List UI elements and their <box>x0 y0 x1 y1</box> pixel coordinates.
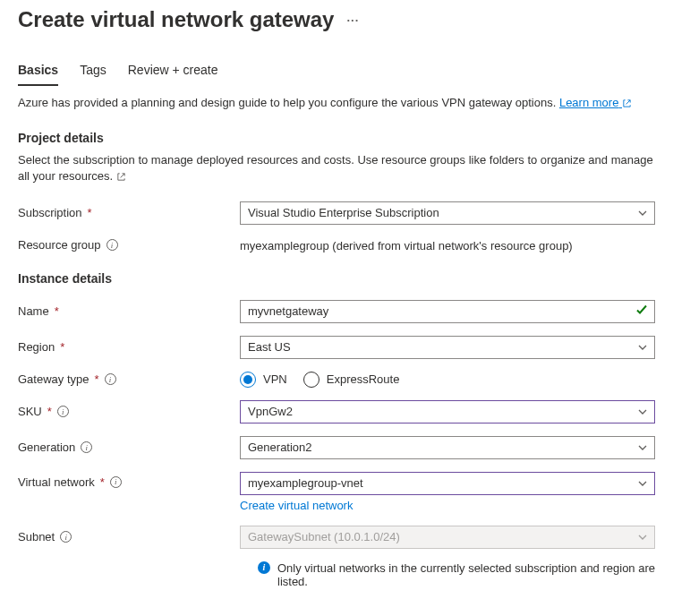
chevron-down-icon <box>637 442 648 453</box>
vnet-info-note: Only virtual networks in the currently s… <box>18 561 655 588</box>
resource-group-label: Resource group <box>18 238 240 252</box>
region-select[interactable]: East US <box>240 336 655 359</box>
external-link-icon <box>622 97 632 113</box>
create-virtual-network-link[interactable]: Create virtual network <box>240 499 353 512</box>
sku-select[interactable]: VpnGw2 <box>240 400 655 424</box>
project-details-desc: Select the subscription to manage deploy… <box>18 152 655 186</box>
required-asterisk: * <box>47 405 52 418</box>
subnet-select: GatewaySubnet (10.0.1.0/24) <box>240 526 655 549</box>
info-icon[interactable] <box>110 476 122 488</box>
gateway-type-label: Gateway type * <box>18 372 240 386</box>
gateway-type-expressroute-radio[interactable]: ExpressRoute <box>303 372 400 388</box>
chevron-down-icon <box>637 342 648 353</box>
generation-label: Generation <box>18 441 240 454</box>
chevron-down-icon <box>637 208 648 218</box>
chevron-down-icon <box>637 478 648 489</box>
virtual-network-label: Virtual network * <box>18 472 240 489</box>
external-link-icon <box>116 170 126 186</box>
checkmark-icon <box>635 304 648 319</box>
virtual-network-select[interactable]: myexamplegroup-vnet <box>240 472 655 495</box>
info-icon[interactable] <box>81 441 92 453</box>
subnet-label: Subnet <box>18 530 240 543</box>
name-input[interactable]: myvnetgateway <box>240 300 655 323</box>
intro-text: Azure has provided a planning and design… <box>18 95 655 113</box>
info-icon[interactable] <box>60 531 72 543</box>
page-title: Create virtual network gateway <box>18 7 334 32</box>
gateway-type-vpn-radio[interactable]: VPN <box>240 372 287 388</box>
subscription-select[interactable]: Visual Studio Enterprise Subscription <box>240 201 655 225</box>
more-button[interactable]: ··· <box>346 13 359 27</box>
tab-basics[interactable]: Basics <box>18 59 58 86</box>
required-asterisk: * <box>95 372 99 386</box>
tab-review-create[interactable]: Review + create <box>128 59 218 86</box>
required-asterisk: * <box>55 304 59 318</box>
required-asterisk: * <box>100 475 105 489</box>
generation-select[interactable]: Generation2 <box>240 436 655 459</box>
chevron-down-icon <box>637 406 648 417</box>
learn-more-link[interactable]: Learn more <box>559 96 632 109</box>
subscription-label: Subscription * <box>18 206 240 219</box>
instance-details-heading: Instance details <box>18 271 655 286</box>
sku-label: SKU * <box>18 405 240 418</box>
info-icon <box>258 561 270 574</box>
chevron-down-icon <box>637 532 648 543</box>
required-asterisk: * <box>88 206 92 219</box>
tab-bar: Basics Tags Review + create <box>18 59 655 86</box>
tab-tags[interactable]: Tags <box>80 59 106 86</box>
project-details-heading: Project details <box>18 131 655 145</box>
resource-group-value: myexamplegroup (derived from virtual net… <box>240 239 573 252</box>
info-icon[interactable] <box>105 373 116 385</box>
region-label: Region * <box>18 340 240 354</box>
name-label: Name * <box>18 304 240 318</box>
info-icon[interactable] <box>106 239 118 251</box>
info-icon[interactable] <box>57 406 69 417</box>
required-asterisk: * <box>60 340 64 354</box>
